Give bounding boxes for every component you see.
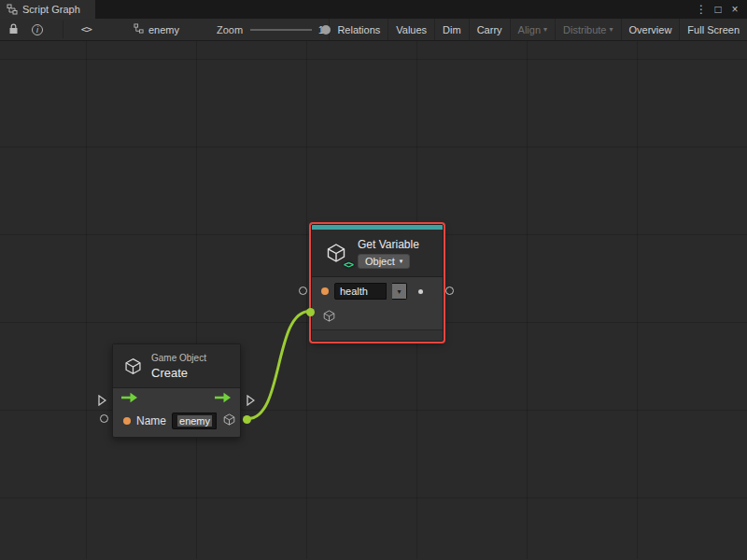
- chevron-down-icon: ▾: [610, 25, 613, 34]
- chevron-down-icon: ▾: [397, 287, 401, 296]
- chevron-down-icon: ▾: [543, 25, 547, 34]
- relations-button[interactable]: Relations: [329, 19, 388, 40]
- graph-asset-icon: [134, 23, 144, 35]
- toolbar-button-group: Relations Values Dim Carry Align ▾ Distr…: [329, 19, 747, 40]
- create-node-header: Game Object Create: [113, 344, 240, 387]
- distribute-button[interactable]: Distribute ▾: [555, 19, 620, 40]
- zoom-slider[interactable]: [250, 19, 312, 40]
- value-output-port[interactable]: [445, 287, 454, 295]
- create-node-footer: [113, 433, 240, 437]
- create-node-category: Game Object: [151, 353, 206, 363]
- name-input-value: enemy: [177, 415, 212, 427]
- chevron-down-icon: ▾: [400, 258, 403, 265]
- variable-name-row: health ▾: [312, 277, 443, 305]
- edit-code-button[interactable]: <>: [75, 19, 98, 40]
- variable-name-value: health: [340, 286, 368, 297]
- variable-scope-dropdown[interactable]: Object ▾: [358, 254, 410, 269]
- tab-title: Script Graph: [22, 4, 80, 15]
- dim-button[interactable]: Dim: [434, 19, 469, 40]
- variable-name-port[interactable]: [299, 287, 307, 295]
- get-variable-title: Get Variable: [358, 238, 419, 251]
- node-get-variable[interactable]: <> Get Variable Object ▾ health ▾: [311, 224, 444, 342]
- window-menu-icon[interactable]: ⋮: [694, 2, 709, 17]
- window-titlebar: Script Graph ⋮ □ ×: [0, 0, 747, 19]
- graph-canvas[interactable]: Game Object Create Name enemy: [0, 41, 747, 559]
- create-name-row: Name enemy: [113, 409, 240, 433]
- variable-name-dropdown[interactable]: ▾: [392, 283, 407, 300]
- game-object-output-port[interactable]: [243, 415, 251, 424]
- info-button[interactable]: i: [25, 19, 49, 40]
- variable-object-icon: <>: [324, 241, 348, 265]
- name-input[interactable]: enemy: [172, 413, 217, 429]
- object-input-row: [312, 305, 443, 329]
- close-icon[interactable]: ×: [727, 2, 742, 17]
- zoom-slider-track: [250, 29, 312, 31]
- get-variable-footer: [312, 329, 443, 341]
- toolbar-separator: [63, 21, 63, 38]
- value-output-dot-icon: [418, 289, 423, 294]
- string-port-icon: [123, 417, 131, 425]
- game-object-icon: [122, 356, 143, 376]
- get-variable-header: <> Get Variable Object ▾: [312, 230, 443, 276]
- overview-button[interactable]: Overview: [621, 19, 680, 40]
- graph-context-label: enemy: [148, 24, 179, 35]
- fullscreen-button[interactable]: Full Screen: [679, 19, 747, 40]
- variable-scope-value: Object: [365, 256, 395, 267]
- script-graph-icon: [7, 4, 18, 15]
- align-button[interactable]: Align ▾: [510, 19, 555, 40]
- graph-toolbar: i <> enemy Zoom 1x Relations Values Dim …: [0, 19, 747, 41]
- code-badge-icon: <>: [344, 259, 353, 270]
- node-game-object-create[interactable]: Game Object Create Name enemy: [112, 343, 241, 438]
- tab-script-graph[interactable]: Script Graph: [0, 0, 95, 19]
- game-object-output-icon: [222, 413, 236, 430]
- window-controls: ⋮ □ ×: [694, 0, 747, 19]
- values-button[interactable]: Values: [388, 19, 434, 40]
- maximize-icon[interactable]: □: [711, 2, 726, 17]
- lock-icon: [8, 23, 19, 36]
- zoom-label: Zoom: [217, 19, 243, 40]
- game-object-input-icon: [322, 309, 336, 327]
- carry-button[interactable]: Carry: [469, 19, 510, 40]
- graph-context[interactable]: enemy: [134, 19, 179, 40]
- lock-button[interactable]: [0, 19, 25, 40]
- object-input-port[interactable]: [306, 308, 315, 316]
- flow-input-port[interactable]: [98, 393, 106, 410]
- flow-output-port[interactable]: [247, 393, 255, 410]
- variable-name-input[interactable]: health: [334, 283, 387, 300]
- info-icon: i: [32, 24, 43, 35]
- flow-in-arrow-icon: [121, 390, 138, 407]
- create-node-title: Create: [151, 366, 206, 380]
- string-port-icon: [321, 287, 329, 295]
- name-input-port[interactable]: [100, 414, 108, 423]
- name-port-label: Name: [136, 414, 166, 427]
- create-flow-row: [113, 388, 240, 409]
- flow-out-arrow-icon: [215, 390, 232, 407]
- code-icon: <>: [81, 23, 92, 35]
